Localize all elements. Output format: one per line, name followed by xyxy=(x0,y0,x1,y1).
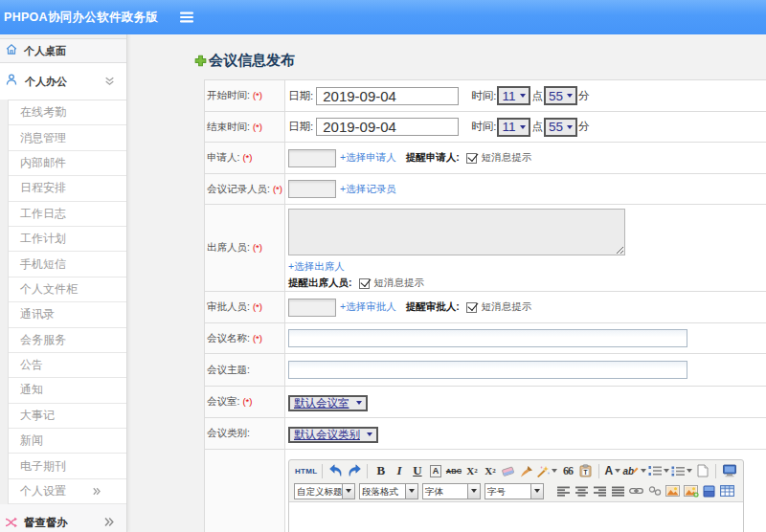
align-justify-icon xyxy=(612,486,624,497)
select-arrow-icon xyxy=(520,94,526,98)
page-head: 会议信息发布 xyxy=(194,52,295,70)
double-chevron-right-icon xyxy=(93,485,101,499)
font-color-button[interactable]: A xyxy=(604,462,620,479)
approver-input[interactable] xyxy=(288,299,336,317)
meeting-room-select[interactable]: 默认会议室 xyxy=(288,395,368,411)
sidebar-item-online-attendance[interactable]: 在线考勤 xyxy=(9,100,126,125)
choose-attendees-link[interactable]: +选择出席人 xyxy=(288,260,345,272)
font-size-combo[interactable]: 字号 xyxy=(484,483,544,499)
choose-applicant-link[interactable]: +选择申请人 xyxy=(340,151,396,165)
undo-icon xyxy=(328,464,344,477)
recorder-input[interactable] xyxy=(288,180,336,198)
italic-button[interactable]: I xyxy=(391,462,407,479)
sidebar-item-personal-desktop[interactable]: 个人桌面 xyxy=(0,38,126,63)
end-date-input[interactable] xyxy=(316,118,459,136)
sidebar-item-address-book[interactable]: 通讯录 xyxy=(9,302,126,327)
unlink-icon xyxy=(648,486,662,496)
applicant-input[interactable] xyxy=(288,149,336,167)
attendees-textarea[interactable] xyxy=(288,209,625,255)
menu-toggle-button[interactable] xyxy=(180,11,193,23)
font-style-button[interactable]: A xyxy=(427,462,443,479)
home-icon xyxy=(6,42,17,59)
sidebar-item-major-events[interactable]: 大事记 xyxy=(9,404,126,429)
start-date-input[interactable] xyxy=(316,87,459,105)
new-page-button[interactable] xyxy=(694,462,710,479)
sidebar-item-personal-settings[interactable]: 个人设置 xyxy=(9,479,126,504)
start-minute-select[interactable]: 55 xyxy=(544,86,577,105)
insert-image-button[interactable] xyxy=(665,482,681,499)
eraser-button[interactable] xyxy=(500,462,516,479)
sidebar-item-meeting-service[interactable]: 会务服务 xyxy=(9,328,126,353)
toolbar-separator xyxy=(715,464,716,478)
source-code-button[interactable]: HTML xyxy=(295,462,317,479)
meeting-type-select[interactable]: 默认会议类别 xyxy=(288,427,378,443)
font-family-combo[interactable]: 字体 xyxy=(422,483,481,499)
form-label-cell: 会议类别: xyxy=(205,418,285,450)
start-hour-select[interactable]: 11 xyxy=(497,86,530,105)
attendees-sms-checkbox[interactable] xyxy=(359,278,370,289)
meeting-subject-input[interactable] xyxy=(288,361,687,379)
align-right-button[interactable] xyxy=(592,482,608,499)
combo-arrow-button xyxy=(405,484,417,499)
ordered-list-button[interactable] xyxy=(648,462,669,479)
superscript-button[interactable]: X2 xyxy=(463,462,480,479)
select-arrow-icon xyxy=(356,401,362,405)
sidebar-item-mobile-sms[interactable]: 手机短信 xyxy=(9,252,126,277)
form-control-cell xyxy=(285,323,766,354)
highlight-color-button[interactable]: ab xyxy=(622,462,646,479)
editor-toolbar-row2: 自定义标题 段落格式 字体 字号 xyxy=(289,481,743,501)
sidebar-item-message-management[interactable]: 消息管理 xyxy=(9,125,126,150)
sidebar-item-announcement[interactable]: 公告 xyxy=(9,353,126,378)
choose-approver-link[interactable]: +选择审批人 xyxy=(340,300,396,314)
align-left-icon xyxy=(557,486,570,497)
form-control-cell: 日期: 时间: 11 点 55 分 xyxy=(285,80,766,112)
heading-combo[interactable]: 自定义标题 xyxy=(294,483,355,499)
sidebar-item-work-log[interactable]: 工作日志 xyxy=(9,202,126,227)
fullscreen-button[interactable] xyxy=(721,462,737,479)
insert-link-button[interactable] xyxy=(628,482,644,499)
paragraph-format-combo[interactable]: 段落格式 xyxy=(359,483,418,499)
sidebar-item-schedule[interactable]: 日程安排 xyxy=(9,176,126,201)
remove-link-button[interactable] xyxy=(646,482,663,499)
meeting-name-input[interactable] xyxy=(288,329,687,347)
sidebar-item-notification[interactable]: 通知 xyxy=(9,378,126,403)
insert-media-button[interactable] xyxy=(701,482,717,499)
redo-button[interactable] xyxy=(346,462,362,479)
sidebar-item-supervision[interactable]: 督查督办 xyxy=(0,504,126,532)
blockquote-button[interactable]: 66 xyxy=(559,462,575,479)
unordered-list-button[interactable] xyxy=(671,462,692,479)
double-chevron-right-icon xyxy=(104,514,114,531)
align-center-button[interactable] xyxy=(574,482,590,499)
combo-arrow-button xyxy=(342,484,354,499)
media-icon xyxy=(703,485,715,498)
magic-wand-button[interactable] xyxy=(536,462,557,479)
align-justify-button[interactable] xyxy=(610,482,626,499)
underline-button[interactable]: U xyxy=(409,462,425,479)
select-arrow-icon xyxy=(567,125,573,129)
sidebar-item-internal-mail[interactable]: 内部邮件 xyxy=(9,151,126,176)
sidebar-item-personal-office[interactable]: 个人办公 xyxy=(0,63,126,100)
approver-sms-checkbox[interactable] xyxy=(466,302,477,313)
editor-content-area[interactable] xyxy=(289,501,743,532)
undo-button[interactable] xyxy=(327,462,344,479)
sidebar-item-news[interactable]: 新闻 xyxy=(9,429,126,454)
paste-as-text-button[interactable]: T xyxy=(577,462,594,479)
sidebar-item-e-journal[interactable]: 电子期刊 xyxy=(9,454,126,478)
applicant-sms-checkbox[interactable] xyxy=(466,153,477,164)
sidebar-item-work-plan[interactable]: 工作计划 xyxy=(9,227,126,252)
align-left-button[interactable] xyxy=(555,482,572,499)
strikethrough-button[interactable]: ABC xyxy=(445,462,462,479)
end-minute-select[interactable]: 55 xyxy=(544,118,577,137)
form-row-recorder: 会议记录人员:(*) +选择记录员 xyxy=(205,174,766,205)
sidebar: 个人桌面 个人办公 在线考勤 消息管理 内部邮件 日程安排 工作日志 工作计划 … xyxy=(0,34,127,532)
form-row-meeting-type: 会议类别: 默认会议类别 xyxy=(205,418,766,450)
bold-button[interactable]: B xyxy=(372,462,389,479)
format-brush-button[interactable] xyxy=(518,462,534,479)
insert-table-button[interactable] xyxy=(719,482,735,499)
sidebar-item-personal-file-cabinet[interactable]: 个人文件柜 xyxy=(9,277,126,302)
upload-image-button[interactable] xyxy=(683,482,699,499)
subscript-button[interactable]: X2 xyxy=(482,462,498,479)
choose-recorder-link[interactable]: +选择记录员 xyxy=(340,183,396,196)
form-control-cell: +选择审批人 提醒审批人: 短消息提示 xyxy=(285,292,766,323)
end-hour-select[interactable]: 11 xyxy=(497,118,530,137)
